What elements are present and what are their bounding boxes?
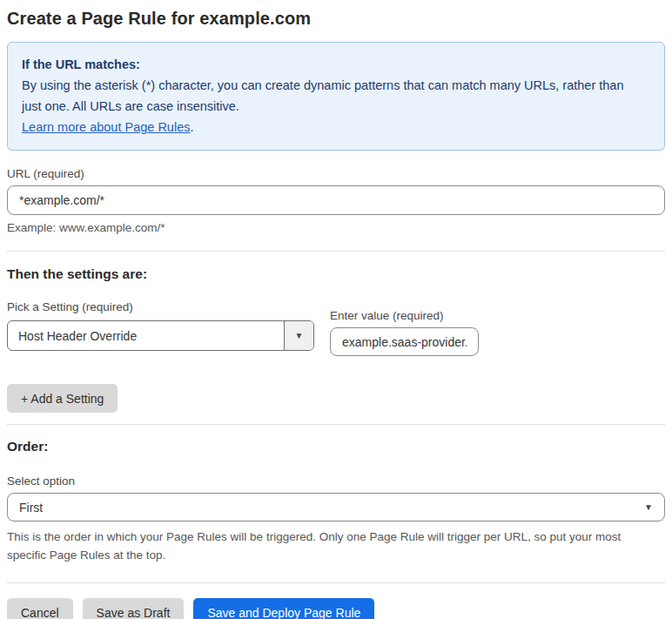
url-input[interactable] (7, 185, 665, 215)
divider (7, 582, 665, 583)
add-setting-button[interactable]: + Add a Setting (7, 384, 118, 413)
chevron-down-icon: ▼ (644, 503, 653, 512)
settings-heading: Then the settings are: (7, 266, 665, 282)
setting-select-value: Host Header Override (8, 329, 147, 343)
create-page-rule-form: Create a Page Rule for example.com If th… (0, 0, 672, 619)
pick-setting-group: Pick a Setting (required) Host Header Ov… (7, 300, 314, 356)
cancel-button[interactable]: Cancel (7, 598, 73, 619)
info-box-body: By using the asterisk (*) character, you… (22, 75, 631, 117)
order-description: This is the order in which your Page Rul… (7, 528, 658, 564)
save-as-draft-button[interactable]: Save as Draft (83, 598, 185, 619)
divider (7, 424, 665, 425)
page-title: Create a Page Rule for example.com (7, 9, 665, 29)
settings-row: Pick a Setting (required) Host Header Ov… (7, 300, 665, 356)
order-select-label: Select option (7, 474, 665, 488)
divider (7, 251, 665, 252)
footer-actions: Cancel Save as Draft Save and Deploy Pag… (7, 598, 665, 619)
url-label: URL (required) (7, 167, 665, 180)
order-select[interactable]: First ▼ (7, 493, 665, 521)
url-helper-text: Example: www.example.com/* (7, 221, 665, 234)
order-select-value: First (19, 501, 43, 515)
enter-value-label: Enter value (required) (330, 309, 479, 322)
order-heading: Order: (7, 439, 665, 454)
url-section: URL (required) Example: www.example.com/… (7, 167, 665, 234)
url-matches-info-box: If the URL matches: By using the asteris… (7, 42, 665, 151)
save-and-deploy-button[interactable]: Save and Deploy Page Rule (193, 598, 374, 619)
chevron-down-icon: ▼ (295, 332, 304, 340)
pick-setting-label: Pick a Setting (required) (7, 300, 314, 313)
setting-select[interactable]: Host Header Override ▼ (7, 320, 314, 351)
info-box-heading: If the URL matches: (22, 54, 650, 75)
link-suffix: . (190, 120, 193, 134)
enter-value-group: Enter value (required) (330, 300, 479, 356)
info-box-link-line: Learn more about Page Rules. (22, 117, 650, 138)
setting-value-input[interactable] (330, 327, 479, 356)
learn-more-link[interactable]: Learn more about Page Rules (22, 120, 190, 134)
setting-select-arrow-button[interactable]: ▼ (284, 321, 313, 350)
